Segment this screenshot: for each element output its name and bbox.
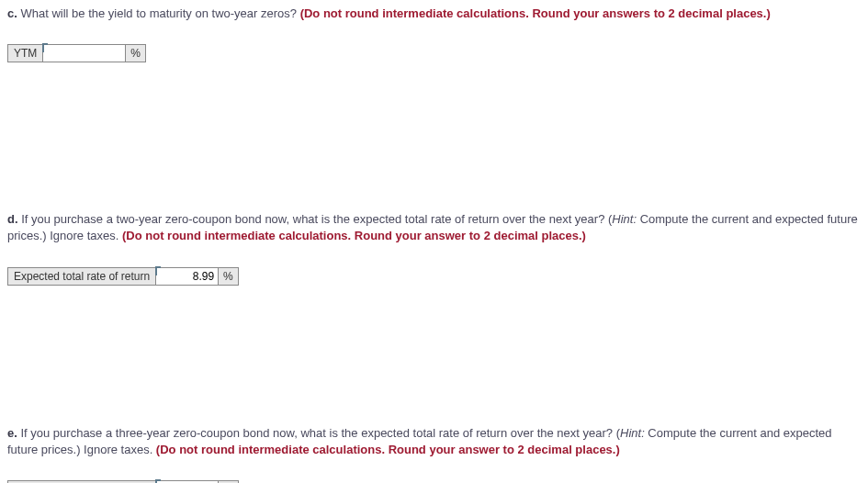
instruction-e: (Do not round intermediate calculations.…	[156, 443, 620, 456]
expected-return-d-input[interactable]	[156, 267, 219, 286]
answer-label-d: Expected total rate of return	[7, 267, 156, 286]
answer-label-ytm: YTM	[7, 44, 43, 62]
unit-d: %	[219, 267, 239, 286]
unit-c: %	[126, 44, 146, 62]
instruction-d: (Do not round intermediate calculations.…	[122, 229, 586, 242]
question-e: e. If you purchase a three-year zero-cou…	[7, 425, 861, 483]
part-e-label: e.	[7, 426, 17, 440]
question-c-body: What will be the yield to maturity on tw…	[17, 6, 300, 20]
question-c: c. What will be the yield to maturity on…	[7, 6, 861, 62]
question-d-body: If you purchase a two-year zero-coupon b…	[18, 212, 613, 226]
part-c-label: c.	[7, 6, 17, 20]
ytm-input[interactable]	[43, 44, 126, 62]
hint-label-e: Hint:	[620, 426, 645, 440]
part-d-label: d.	[7, 212, 18, 226]
answer-row-d: Expected total rate of return %	[7, 267, 861, 286]
question-d-text: d. If you purchase a two-year zero-coupo…	[7, 211, 861, 244]
answer-row-c: YTM %	[7, 44, 861, 62]
question-c-text: c. What will be the yield to maturity on…	[7, 6, 861, 22]
question-d: d. If you purchase a two-year zero-coupo…	[7, 211, 861, 285]
spacer	[7, 73, 861, 211]
spacer	[7, 297, 861, 425]
hint-label-d: Hint:	[612, 212, 637, 226]
input-wrap-c	[43, 44, 126, 62]
question-e-text: e. If you purchase a three-year zero-cou…	[7, 425, 861, 458]
question-e-body: If you purchase a three-year zero-coupon…	[17, 426, 620, 440]
input-wrap-d	[156, 267, 219, 286]
instruction-c: (Do not round intermediate calculations.…	[300, 6, 771, 20]
